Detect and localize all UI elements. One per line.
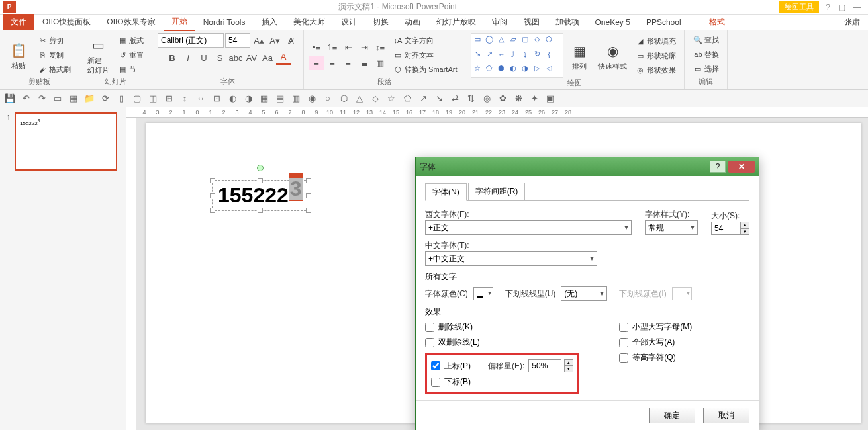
tab-transition[interactable]: 切换 <box>365 14 397 30</box>
save-icon[interactable]: 💾 <box>4 93 16 105</box>
ok-button[interactable]: 确定 <box>649 408 695 423</box>
qat-icon-7[interactable]: ◫ <box>147 93 159 105</box>
qat-icon-15[interactable]: ▤ <box>274 93 286 105</box>
qat-icon-5[interactable]: ▯ <box>115 93 127 105</box>
qat-icon-26[interactable]: ⇄ <box>449 93 461 105</box>
west-font-combo[interactable]: +正文 <box>425 220 632 235</box>
font-color-button[interactable]: A <box>276 50 291 65</box>
dialog-tab-font[interactable]: 字体(N) <box>425 183 467 201</box>
dialog-titlebar[interactable]: 字体 ? ✕ <box>416 157 759 176</box>
double-strike-checkbox[interactable]: 双删除线(L) <box>425 337 579 348</box>
qat-icon-12[interactable]: ◐ <box>226 93 238 105</box>
align-text-button[interactable]: ▭对齐文本 <box>390 48 459 62</box>
section-button[interactable]: ▤节 <box>115 63 146 76</box>
font-size-field[interactable]: 54 <box>711 222 740 235</box>
tab-slideshow[interactable]: 幻灯片放映 <box>428 14 484 30</box>
indent-inc-icon[interactable]: ⇥ <box>357 40 371 54</box>
minimize-icon[interactable]: — <box>853 3 861 12</box>
qat-icon-27[interactable]: ⇅ <box>465 93 477 105</box>
qat-icon-31[interactable]: ✦ <box>528 93 540 105</box>
qat-icon-23[interactable]: ⬠ <box>401 93 413 105</box>
help-icon[interactable]: ? <box>826 3 830 12</box>
offset-field[interactable]: 50% <box>528 359 561 372</box>
replace-button[interactable]: ab替换 <box>690 48 722 61</box>
reset-button[interactable]: ↺重置 <box>115 48 146 62</box>
dialog-close-icon[interactable]: ✕ <box>728 161 755 173</box>
shape-fill-button[interactable]: ◢形状填充 <box>632 34 679 48</box>
qat-icon-4[interactable]: ⟳ <box>99 93 111 105</box>
tab-ppschool[interactable]: PPSchool <box>638 15 689 30</box>
font-size-combo[interactable] <box>225 33 250 48</box>
bold-button[interactable]: B <box>165 50 179 65</box>
justify-icon[interactable]: ≣ <box>357 56 371 70</box>
indent-dec-icon[interactable]: ⇤ <box>341 40 356 54</box>
slide-thumbnail-1[interactable]: 1 1552223 <box>15 112 117 171</box>
tab-format[interactable]: 格式 <box>701 14 733 30</box>
tab-view[interactable]: 视图 <box>516 14 548 30</box>
paste-button[interactable]: 📋 粘贴 <box>5 38 32 72</box>
qat-icon-14[interactable]: ▦ <box>258 93 270 105</box>
tab-design[interactable]: 设计 <box>333 14 365 30</box>
decrease-font-icon[interactable]: A▾ <box>267 33 282 48</box>
bullets-icon[interactable]: •≡ <box>309 40 324 54</box>
qat-icon-24[interactable]: ↗ <box>417 93 429 105</box>
resize-handle-ml[interactable] <box>210 193 215 198</box>
tab-home[interactable]: 开始 <box>164 13 195 31</box>
redo-icon[interactable]: ↷ <box>36 93 48 105</box>
thumbnail-pane[interactable]: 1 1552223 <box>0 107 126 430</box>
cn-font-combo[interactable]: +中文正文 <box>425 251 597 266</box>
shapes-gallery[interactable]: ▭◯△▱▢◇⬡ ↘↗↔⤴⤵↻{ ☆⬠⬢◐◑▷◁ <box>471 33 563 78</box>
resize-handle-mr[interactable] <box>306 193 311 198</box>
font-family-combo[interactable] <box>158 33 224 48</box>
qat-icon-2[interactable]: ▦ <box>68 93 79 105</box>
tab-onekey[interactable]: OneKey 5 <box>587 15 638 30</box>
tab-oiio-fx[interactable]: OIIO效果专家 <box>99 14 163 30</box>
font-size-spinner[interactable]: ▴▾ <box>740 222 749 235</box>
qat-icon-29[interactable]: ✿ <box>497 93 508 105</box>
resize-handle-bl[interactable] <box>210 208 215 213</box>
strike-button[interactable]: abc <box>228 50 243 65</box>
copy-button[interactable]: ⎘复制 <box>34 48 73 62</box>
resize-handle-tr[interactable] <box>306 178 311 183</box>
qat-icon-10[interactable]: ↔ <box>195 93 207 105</box>
qat-icon-9[interactable]: ↕ <box>179 93 191 105</box>
tab-nordri[interactable]: Nordri Tools <box>195 15 254 30</box>
resize-handle-br[interactable] <box>306 208 311 213</box>
resize-handle-tm[interactable] <box>258 178 263 183</box>
quick-styles-button[interactable]: ◉快速样式 <box>595 39 630 73</box>
strike-checkbox[interactable]: 删除线(K) <box>425 322 579 333</box>
columns-icon[interactable]: ▥ <box>373 56 387 70</box>
textbox-content[interactable]: 1552223 <box>218 183 303 208</box>
font-color-picker[interactable] <box>473 287 493 300</box>
dialog-tab-spacing[interactable]: 字符间距(R) <box>468 183 526 200</box>
smallcaps-checkbox[interactable]: 小型大写字母(M) <box>619 322 692 333</box>
qat-icon-20[interactable]: △ <box>354 93 365 105</box>
ribbon-collapse-icon[interactable]: ▢ <box>838 3 845 12</box>
allcaps-checkbox[interactable]: 全部大写(A) <box>619 337 692 348</box>
line-spacing-icon[interactable]: ↕≡ <box>373 40 387 54</box>
shape-outline-button[interactable]: ▭形状轮廓 <box>632 49 679 62</box>
qat-icon-25[interactable]: ↘ <box>433 93 445 105</box>
qat-icon-11[interactable]: ⊡ <box>211 93 222 105</box>
user-name[interactable]: 张肃 <box>836 14 868 30</box>
qat-icon-16[interactable]: ▥ <box>290 93 302 105</box>
qat-icon-13[interactable]: ◑ <box>242 93 254 105</box>
increase-font-icon[interactable]: A▴ <box>252 33 266 48</box>
align-right-icon[interactable]: ≡ <box>341 56 356 70</box>
tab-file[interactable]: 文件 <box>3 14 34 30</box>
qat-icon-22[interactable]: ☆ <box>385 93 397 105</box>
resize-handle-tl[interactable] <box>210 178 215 183</box>
cancel-button[interactable]: 取消 <box>703 408 749 423</box>
qat-icon-28[interactable]: ◎ <box>481 93 493 105</box>
qat-icon-21[interactable]: ◇ <box>369 93 381 105</box>
vertical-ruler[interactable] <box>126 118 136 430</box>
underline-type-combo[interactable]: (无) <box>561 286 607 301</box>
subscript-checkbox[interactable]: 下标(B) <box>431 376 573 388</box>
qat-icon-30[interactable]: ❋ <box>512 93 524 105</box>
find-button[interactable]: 🔍查找 <box>690 33 722 46</box>
numbering-icon[interactable]: 1≡ <box>325 40 340 54</box>
tab-review[interactable]: 审阅 <box>484 14 516 30</box>
qat-icon-8[interactable]: ⊞ <box>163 93 175 105</box>
align-center-icon[interactable]: ≡ <box>325 56 340 70</box>
dialog-help-icon[interactable]: ? <box>710 161 726 173</box>
